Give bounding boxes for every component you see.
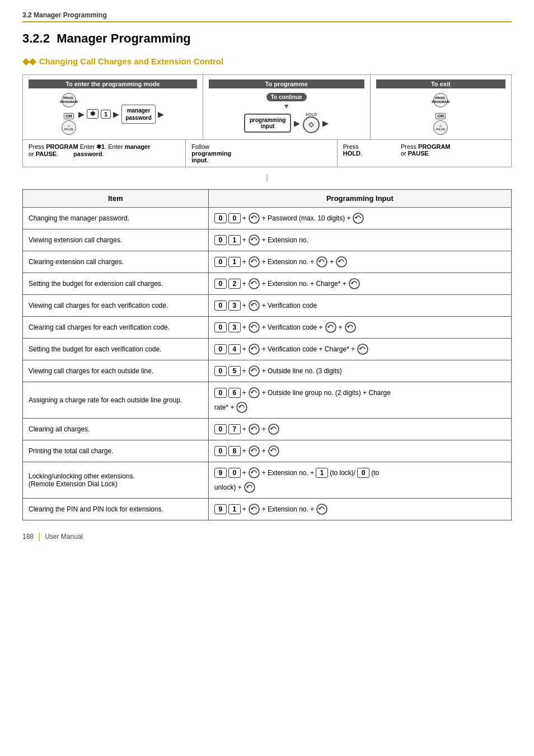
enter-icon2 [243,481,256,494]
programming-input-key: programming input [244,114,291,133]
flow-bottom-enter: Press PROGRAM Enter ✱1. Enter manager or… [23,140,186,167]
table-row: Clearing extension call charges. 0 1 + +… [23,251,512,273]
page-label: User Manual [45,533,83,541]
table-row: Changing the manager password. 0 0 + + P… [23,208,512,229]
enter-icon3 [344,321,357,334]
svg-point-23 [249,504,259,514]
enter-icon2 [268,423,280,435]
input-cell: 0 1 + + Extension no. + + [208,251,511,273]
svg-point-22 [245,482,255,492]
svg-point-5 [336,257,346,267]
table-row: Setting the budget for extension call ch… [23,273,512,295]
flow-title-enter: To enter the programming mode [29,79,197,88]
svg-point-21 [249,468,259,478]
item-cell: Clearing the PIN and PIN lock for extens… [23,499,209,520]
enter-icon2 [316,503,328,515]
section-title: 3.2.2 Manager Programming [22,31,512,46]
svg-point-16 [237,402,247,412]
page-footer: 188 | User Manual [22,532,512,542]
flow-bottom-programme: Follow programming input. [186,140,337,167]
flow-bottom-exit: Press PROGRAM or PAUSE. [395,140,511,167]
item-cell: Clearing call charges for each verificat… [23,317,209,339]
enter-icon [248,445,260,457]
item-cell: Setting the budget for each verification… [23,339,209,360]
table-row: Setting the budget for each verification… [23,339,512,360]
table-row: Assigning a charge rate for each outside… [23,382,512,419]
enter-icon [248,503,260,515]
svg-point-20 [269,446,279,456]
enter-icon3 [335,256,348,268]
svg-point-24 [317,504,327,514]
svg-point-10 [326,322,336,332]
flow-title-programme: To programme [209,79,364,88]
flow-diagram: To enter the programming mode PROG. PROG… [22,74,512,167]
item-cell: Changing the manager password. [23,208,209,229]
svg-point-15 [249,388,259,398]
svg-point-12 [249,344,259,354]
input-cell: 9 0 + + Extension no. + 1 (to lock)/ 0 (… [208,462,511,499]
program-key-exit: PROG. PROGRAM [433,93,448,107]
item-cell: Viewing call charges for each verificati… [23,295,209,317]
item-cell: Viewing extension call charges. [23,229,209,251]
enter-icon [248,212,260,224]
enter-icon2 [352,212,364,224]
item-cell: Printing the total call charge. [23,440,209,462]
svg-point-17 [249,424,259,434]
input-cell: 0 1 + + Extension no. [208,229,511,251]
item-cell: Clearing extension call charges. [23,251,209,273]
table-row: Viewing call charges for each verificati… [23,295,512,317]
enter-icon [248,321,260,334]
svg-point-1 [353,213,363,223]
svg-point-9 [249,322,259,332]
enter-icon2 [357,343,369,355]
input-cell: 0 7 + + [208,419,511,440]
svg-point-11 [345,322,355,332]
enter-icon [248,423,260,435]
pause-key-right: ☺ PAUSE [433,120,448,135]
item-cell: Assigning a charge rate for each outside… [23,382,209,419]
svg-point-0 [249,213,259,223]
item-cell: Setting the budget for extension call ch… [23,273,209,295]
enter-icon [248,299,260,312]
subsection-title: ◆◆ Changing Call Charges and Extension C… [22,56,512,67]
input-cell: 0 5 + + Outside line no. (3 digits) [208,360,511,382]
arrow1: ▶ [78,110,85,119]
programming-table: Item Programming Input Changing the mana… [22,189,512,520]
input-cell: 0 4 + + Verification code + Charge* + [208,339,511,360]
svg-point-4 [317,257,327,267]
table-row: Clearing call charges for each verificat… [23,317,512,339]
svg-point-3 [249,257,259,267]
table-row: Clearing all charges. 0 7 + + [23,419,512,440]
input-cell: 0 3 + + Verification code [208,295,511,317]
table-header-input: Programming Input [208,190,511,208]
enter-icon [248,256,260,268]
table-row: Clearing the PIN and PIN lock for extens… [23,499,512,520]
arrow3: ▶ [158,110,164,119]
enter-icon [248,234,260,246]
pause-key-left: ☺ PAUSE [62,120,76,135]
flow-bottom-hold: Press HOLD. [338,140,395,167]
enter-icon2 [348,278,360,290]
table-row: Viewing call charges for each outside li… [23,360,512,382]
arrow2: ▶ [113,110,119,119]
manager-password-box: manager password [121,105,156,124]
enter-icon [248,467,260,479]
diamond-icon: ◆◆ [22,56,36,67]
page-pipe: | [38,532,40,542]
star-key: ✱ [87,109,99,119]
input-cell: 9 1 + + Extension no. + [208,499,511,520]
enter-icon [248,365,260,377]
input-cell: 0 3 + + Verification code + + [208,317,511,339]
item-cell: Locking/unlocking other extensions.(Remo… [23,462,209,499]
to-continue-label: To continue [266,93,307,101]
svg-point-13 [358,344,368,354]
enter-icon [248,343,260,355]
hold-key-icon [303,116,320,133]
svg-point-19 [249,446,259,456]
enter-icon2 [325,321,337,334]
svg-point-6 [249,279,259,289]
input-cell: 0 2 + + Extension no. + Charge* + [208,273,511,295]
input-cell: 0 8 + + [208,440,511,462]
enter-icon2 [236,401,248,414]
table-row: Locking/unlocking other extensions.(Remo… [23,462,512,499]
